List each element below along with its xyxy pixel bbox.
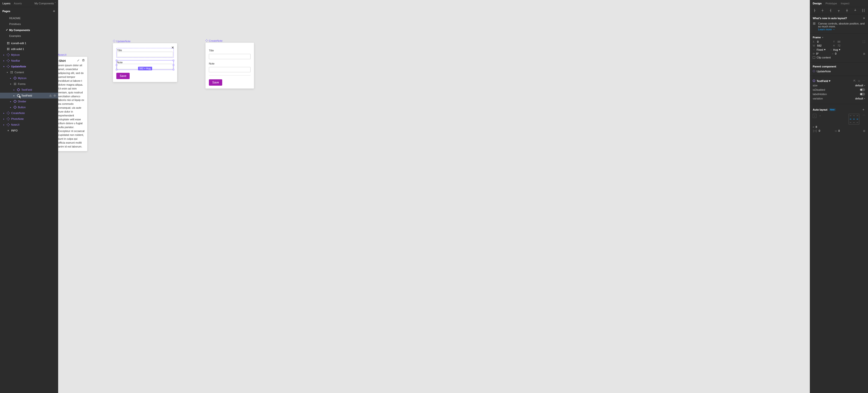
chevron-right-icon[interactable]: [12, 88, 16, 91]
chevron-right-icon[interactable]: [9, 106, 12, 109]
page-item[interactable]: Primitives: [0, 21, 58, 27]
page-item[interactable]: Examples: [0, 33, 58, 39]
align-bottom-icon[interactable]: ┻: [854, 9, 857, 12]
x-input[interactable]: [817, 40, 832, 43]
chevron-right-icon[interactable]: [2, 117, 5, 120]
lock-icon[interactable]: [49, 94, 52, 97]
align-right-icon[interactable]: ┫: [829, 9, 832, 12]
select-variation[interactable]: default ▾: [855, 97, 865, 100]
chevron-right-icon[interactable]: [12, 94, 16, 97]
tab-design[interactable]: Design: [813, 2, 822, 5]
chevron-right-icon[interactable]: [9, 100, 12, 103]
layer-row[interactable]: TextField: [0, 87, 58, 93]
visibility-icon[interactable]: [53, 94, 56, 97]
toggle-labelHidden[interactable]: [860, 93, 865, 95]
layer-row[interactable]: edit-solid 1: [0, 46, 58, 52]
clip-content-checkbox[interactable]: [813, 56, 815, 59]
chevron-right-icon[interactable]: [2, 59, 5, 62]
title-input[interactable]: [209, 54, 251, 59]
layer-row[interactable]: CreateNote: [0, 110, 58, 116]
chevron-down-icon[interactable]: [6, 71, 9, 74]
layer-row[interactable]: TextField: [0, 93, 58, 99]
layer-row[interactable]: Forms: [0, 81, 58, 87]
alignment-box[interactable]: [848, 114, 859, 124]
chevron-right-icon[interactable]: [9, 77, 12, 80]
learn-more-link[interactable]: Learn more →: [818, 28, 835, 31]
frame-label-noteui[interactable]: NoteUI: [58, 53, 66, 56]
layer-row[interactable]: MyIcon: [0, 75, 58, 81]
svg-rect-40: [814, 72, 814, 72]
component-icon: [7, 59, 10, 62]
select-size[interactable]: default ▾: [855, 84, 865, 87]
layer-row[interactable]: ≡INFO: [0, 128, 58, 134]
note-input[interactable]: [209, 67, 251, 72]
frame-label-updatenote[interactable]: UpdateNote: [113, 40, 131, 43]
padv-input[interactable]: [838, 129, 853, 132]
radius-input[interactable]: [835, 52, 849, 55]
direction-horizontal-icon[interactable]: →: [818, 114, 822, 118]
align-top-icon[interactable]: ┳: [837, 9, 841, 12]
autolayout-more-icon[interactable]: ⋯: [863, 114, 865, 116]
save-button[interactable]: Save: [116, 73, 130, 79]
layer-row[interactable]: UpdateNote: [0, 63, 58, 69]
page-item[interactable]: ✓My Components: [0, 27, 58, 33]
layer-row[interactable]: Button: [0, 104, 58, 110]
tab-prototype[interactable]: Prototype: [826, 2, 837, 5]
page-item[interactable]: README: [0, 15, 58, 21]
w-input[interactable]: [817, 44, 832, 47]
tab-inspect[interactable]: Inspect: [841, 2, 849, 5]
radius-icon: ⌐: [832, 52, 834, 55]
align-vcenter-icon[interactable]: ╋: [845, 9, 849, 12]
more-icon[interactable]: ⋯: [862, 79, 865, 83]
frame-icon: [13, 83, 17, 85]
createnote-card[interactable]: Title Note Save: [206, 43, 254, 88]
edit-icon[interactable]: [77, 59, 80, 62]
chevron-down-icon[interactable]: [2, 65, 5, 68]
layer-row[interactable]: NavBar: [0, 58, 58, 63]
delete-icon[interactable]: [82, 59, 85, 62]
add-page-button[interactable]: ＋: [52, 9, 56, 13]
go-to-main-icon[interactable]: ⇱: [854, 79, 856, 83]
close-icon[interactable]: ✕: [171, 46, 174, 50]
layer-row[interactable]: icons8-edit 1: [0, 40, 58, 46]
chevron-right-icon[interactable]: [2, 112, 5, 114]
align-left-icon[interactable]: ┣: [813, 9, 816, 12]
noteui-card[interactable]: -Shirt orem ipsum dolor sit amet, onsect…: [58, 57, 87, 151]
frame-label-createnote[interactable]: CreateNote: [206, 39, 222, 42]
toggle-isDisabled[interactable]: [860, 88, 865, 91]
canvas[interactable]: NoteUI -Shirt orem ipsum dolor sit amet,…: [58, 0, 810, 393]
hmode-select[interactable]: Hug▾: [833, 48, 840, 51]
page-selector[interactable]: My Components ˆ: [34, 2, 56, 5]
distribute-icon[interactable]: ┃┃: [862, 9, 865, 12]
h-input[interactable]: [837, 44, 852, 47]
independent-padding-icon[interactable]: ⊞: [863, 130, 865, 132]
add-autolayout-button[interactable]: ＋: [862, 108, 865, 112]
align-hcenter-icon[interactable]: ┿: [821, 9, 825, 12]
abs-position-icon[interactable]: ⛶: [863, 40, 865, 43]
layer-row[interactable]: NoteUI: [0, 122, 58, 128]
gap-input[interactable]: [816, 125, 830, 128]
tab-assets[interactable]: Assets: [14, 2, 22, 5]
save-button[interactable]: Save: [209, 79, 222, 86]
direction-vertical-icon[interactable]: ↓: [813, 114, 816, 118]
updatenote-card[interactable]: ✕ Title Note 592 × Hug Save: [113, 43, 177, 82]
chevron-right-icon[interactable]: [2, 53, 5, 56]
padh-input[interactable]: [819, 129, 833, 132]
close-icon[interactable]: ✕: [863, 17, 865, 20]
chevron-right-icon[interactable]: [2, 123, 5, 126]
y-input[interactable]: [837, 40, 852, 43]
instance-swap[interactable]: TextField▾: [817, 79, 831, 83]
layer-row[interactable]: Divider: [0, 99, 58, 104]
parent-component-link[interactable]: UpdateNote: [813, 69, 865, 73]
layer-row[interactable]: PhotoNote: [0, 116, 58, 122]
tab-layers[interactable]: Layers: [2, 2, 10, 5]
instance-options-icon[interactable]: ◇: [858, 79, 860, 83]
angle-input[interactable]: [816, 52, 831, 55]
chevron-down-icon[interactable]: [9, 83, 12, 85]
independent-corners-icon[interactable]: ⊞: [863, 52, 865, 55]
title-input[interactable]: [117, 52, 173, 57]
layer-row[interactable]: Content: [0, 69, 58, 75]
chevron-down-icon[interactable]: ▾: [822, 36, 823, 38]
layer-row[interactable]: MyIcon: [0, 52, 58, 58]
wmode-select[interactable]: Fixed▾: [817, 48, 826, 51]
